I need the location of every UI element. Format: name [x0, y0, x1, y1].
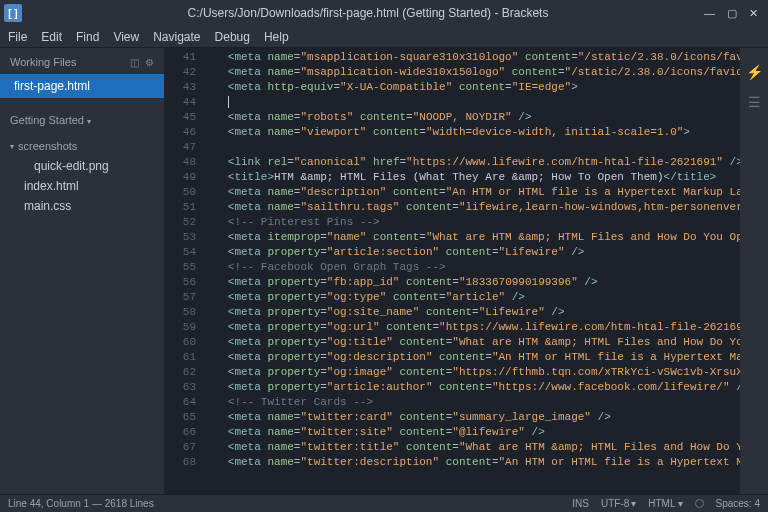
status-lang[interactable]: HTML ▾: [648, 498, 682, 509]
right-toolbar: ⚡ ☰: [740, 48, 768, 494]
project-header[interactable]: Getting Started ▾: [0, 106, 164, 132]
project-label: Getting Started ▾: [10, 114, 91, 126]
titlebar: [ ] C:/Users/Jon/Downloads/first-page.ht…: [0, 0, 768, 26]
menubar: File Edit Find View Navigate Debug Help: [0, 26, 768, 48]
file-main-css[interactable]: main.css: [0, 196, 164, 216]
status-lint[interactable]: [695, 499, 704, 508]
sidebar: Working Files ◫ ⚙ first-page.html Gettin…: [0, 48, 164, 494]
status-ins[interactable]: INS: [572, 498, 589, 509]
menu-file[interactable]: File: [8, 30, 27, 44]
working-file-item[interactable]: first-page.html: [0, 74, 164, 98]
code-editor[interactable]: 4142434445464748495051525354555657585960…: [164, 48, 740, 494]
gear-icon[interactable]: ⚙: [145, 57, 154, 68]
app-logo-icon: [ ]: [4, 4, 22, 22]
menu-debug[interactable]: Debug: [215, 30, 250, 44]
split-view-icon[interactable]: ◫: [130, 57, 139, 68]
statusbar: Line 44, Column 1 — 2618 Lines INS UTF-8…: [0, 494, 768, 512]
menu-view[interactable]: View: [113, 30, 139, 44]
live-preview-icon[interactable]: ⚡: [746, 64, 763, 80]
menu-edit[interactable]: Edit: [41, 30, 62, 44]
window-title: C:/Users/Jon/Downloads/first-page.html (…: [32, 6, 704, 20]
status-spaces[interactable]: Spaces: 4: [716, 498, 760, 509]
menu-navigate[interactable]: Navigate: [153, 30, 200, 44]
folder-screenshots[interactable]: ▾screenshots: [0, 136, 164, 156]
status-cursor: Line 44, Column 1 — 2618 Lines: [8, 498, 572, 509]
extensions-icon[interactable]: ☰: [748, 94, 761, 110]
menu-help[interactable]: Help: [264, 30, 289, 44]
minimize-button[interactable]: —: [704, 7, 715, 20]
close-button[interactable]: ✕: [749, 7, 758, 20]
working-files-header[interactable]: Working Files ◫ ⚙: [0, 48, 164, 74]
maximize-button[interactable]: ▢: [727, 7, 737, 20]
file-quick-edit-png[interactable]: quick-edit.png: [0, 156, 164, 176]
line-gutter: 4142434445464748495051525354555657585960…: [164, 48, 204, 494]
status-enc[interactable]: UTF-8 ▾: [601, 498, 636, 509]
menu-find[interactable]: Find: [76, 30, 99, 44]
code-content[interactable]: <meta name="msapplication-square310x310l…: [204, 48, 740, 494]
file-index-html[interactable]: index.html: [0, 176, 164, 196]
working-files-label: Working Files: [10, 56, 76, 68]
